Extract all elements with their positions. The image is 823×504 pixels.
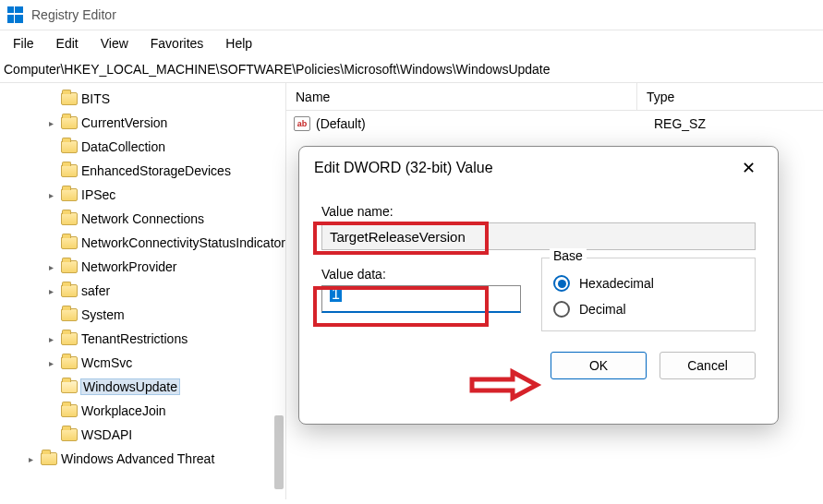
title-bar: Registry Editor xyxy=(0,0,823,30)
menu-bar: File Edit View Favorites Help xyxy=(0,30,823,58)
chevron-right-icon[interactable]: ▸ xyxy=(44,286,57,296)
menu-view[interactable]: View xyxy=(101,36,128,51)
folder-icon xyxy=(61,308,78,321)
list-row[interactable]: ab (Default) REG_SZ xyxy=(286,111,823,137)
tree-item-label: IPSec xyxy=(81,187,115,202)
tree-item-label: Windows Advanced Threat xyxy=(61,451,214,466)
tree-pane[interactable]: ▸BITS▸CurrentVersion▸DataCollection▸Enha… xyxy=(0,83,286,499)
tree-item[interactable]: ▸IPSec xyxy=(0,183,285,207)
regedit-icon xyxy=(7,6,24,23)
folder-icon xyxy=(61,140,78,153)
menu-help[interactable]: Help xyxy=(225,36,252,51)
tree-item-label: EnhancedStorageDevices xyxy=(81,163,231,178)
folder-icon xyxy=(61,404,78,417)
menu-favorites[interactable]: Favorites xyxy=(151,36,204,51)
value-name-label: Value name: xyxy=(321,204,756,219)
menu-file[interactable]: File xyxy=(13,36,34,51)
radio-icon xyxy=(553,301,570,318)
tree-item[interactable]: ▸CurrentVersion xyxy=(0,111,285,135)
tree-item[interactable]: ▸BITS xyxy=(0,87,285,111)
chevron-right-icon[interactable]: ▸ xyxy=(44,334,57,344)
app-title: Registry Editor xyxy=(31,7,116,22)
chevron-right-icon[interactable]: ▸ xyxy=(44,358,57,368)
chevron-right-icon[interactable]: ▸ xyxy=(44,118,57,128)
close-icon[interactable]: ✕ xyxy=(734,156,763,180)
radio-hexadecimal[interactable]: Hexadecimal xyxy=(553,275,744,292)
folder-icon xyxy=(61,164,78,177)
list-header: Name Type xyxy=(286,83,823,111)
tree-item[interactable]: ▸System xyxy=(0,303,285,327)
tree-item[interactable]: ▸WSDAPI xyxy=(0,423,285,447)
tree-item-label: CurrentVersion xyxy=(81,115,167,130)
cancel-button[interactable]: Cancel xyxy=(660,352,756,379)
edit-dword-dialog: Edit DWORD (32-bit) Value ✕ Value name: … xyxy=(298,146,779,425)
tree-item-label: WcmSvc xyxy=(81,355,132,370)
chevron-right-icon[interactable]: ▸ xyxy=(44,262,57,272)
tree-item-label: WSDAPI xyxy=(81,427,132,442)
tree-item[interactable]: ▸WcmSvc xyxy=(0,351,285,375)
chevron-right-icon[interactable]: ▸ xyxy=(44,190,57,200)
value-name-input[interactable] xyxy=(321,222,756,250)
folder-icon xyxy=(61,188,78,201)
string-value-icon: ab xyxy=(294,116,310,131)
tree-item[interactable]: ▸WorkplaceJoin xyxy=(0,399,285,423)
tree-item-label: safer xyxy=(81,283,110,298)
ok-button[interactable]: OK xyxy=(551,352,647,379)
folder-icon xyxy=(61,236,78,249)
address-bar[interactable]: Computer\HKEY_LOCAL_MACHINE\SOFTWARE\Pol… xyxy=(0,58,823,83)
value-data-label: Value data: xyxy=(321,267,521,282)
tree-item[interactable]: ▸Network Connections xyxy=(0,207,285,231)
tree-item-label: System xyxy=(81,307,125,322)
column-header-type[interactable]: Type xyxy=(637,90,823,104)
scrollbar-thumb[interactable] xyxy=(274,415,284,489)
radio-icon xyxy=(553,275,570,292)
tree-item-label: BITS xyxy=(81,91,110,106)
tree-item-label: NetworkConnectivityStatusIndicator xyxy=(81,235,285,250)
tree-item-label: TenantRestrictions xyxy=(81,331,188,346)
tree-item-label: WindowsUpdate xyxy=(81,379,179,394)
tree-item[interactable]: ▸NetworkProvider xyxy=(0,255,285,279)
folder-icon xyxy=(61,212,78,225)
tree-item-label: Network Connections xyxy=(81,211,204,226)
tree-item[interactable]: ▸DataCollection xyxy=(0,135,285,159)
tree-item[interactable]: ▸NetworkConnectivityStatusIndicator xyxy=(0,231,285,255)
dialog-title: Edit DWORD (32-bit) Value xyxy=(314,160,493,176)
menu-edit[interactable]: Edit xyxy=(56,36,79,51)
radio-decimal[interactable]: Decimal xyxy=(553,301,744,318)
folder-icon xyxy=(61,356,78,369)
folder-icon xyxy=(61,428,78,441)
tree-item-label: DataCollection xyxy=(81,139,165,154)
list-cell-name: (Default) xyxy=(316,116,645,131)
tree-item[interactable]: ▸TenantRestrictions xyxy=(0,327,285,351)
folder-icon xyxy=(61,332,78,345)
tree-item[interactable]: ▸WindowsUpdate xyxy=(0,375,285,399)
folder-icon xyxy=(61,380,78,393)
tree-item[interactable]: ▸Windows Advanced Threat xyxy=(0,447,285,471)
tree-item-label: NetworkProvider xyxy=(81,259,176,274)
base-group: Base Hexadecimal Decimal xyxy=(541,258,756,331)
list-cell-type: REG_SZ xyxy=(645,116,706,131)
value-data-input[interactable]: 1 xyxy=(321,285,521,313)
address-path: Computer\HKEY_LOCAL_MACHINE\SOFTWARE\Pol… xyxy=(4,62,551,77)
tree-item-label: WorkplaceJoin xyxy=(81,403,166,418)
chevron-right-icon[interactable]: ▸ xyxy=(24,454,37,464)
folder-icon xyxy=(61,116,78,129)
folder-icon xyxy=(61,260,78,273)
tree-item[interactable]: ▸safer xyxy=(0,279,285,303)
base-label: Base xyxy=(550,248,587,263)
folder-icon xyxy=(61,284,78,297)
folder-icon xyxy=(61,92,78,105)
tree-item[interactable]: ▸EnhancedStorageDevices xyxy=(0,159,285,183)
folder-icon xyxy=(41,452,57,465)
column-header-name[interactable]: Name xyxy=(286,83,637,110)
